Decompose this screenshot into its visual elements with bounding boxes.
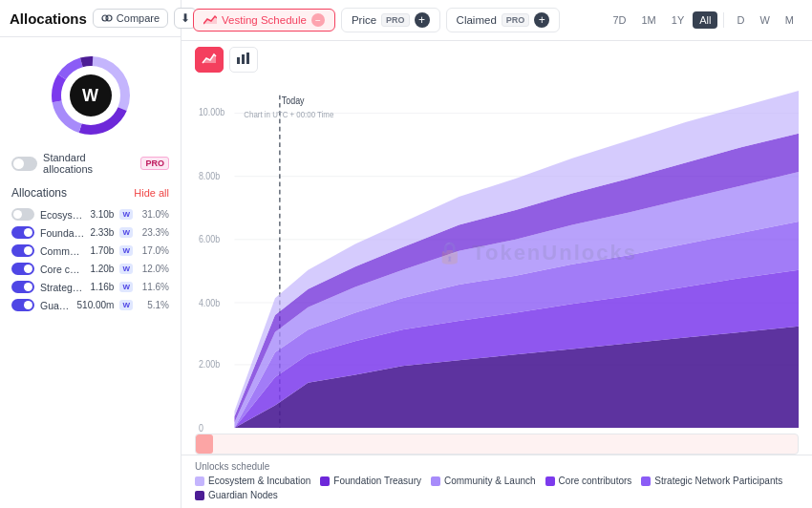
alloc-toggle-strategic[interactable] bbox=[11, 281, 34, 293]
legend-item: Community & Launch bbox=[431, 476, 536, 486]
time-divider bbox=[723, 12, 724, 28]
bar-chart-icon bbox=[236, 52, 251, 65]
allocations-header: Allocations Hide all bbox=[11, 186, 169, 200]
alloc-name-strategic: Strategic Net... bbox=[40, 282, 84, 293]
left-panel: Allocations Compare ⬇ W bbox=[0, 0, 182, 508]
svg-text:Chart in UTC + 00:00 Time: Chart in UTC + 00:00 Time bbox=[244, 110, 333, 120]
w-badge-community: W bbox=[119, 245, 133, 256]
alloc-value-guardian: 510.00m bbox=[77, 300, 115, 310]
svg-text:0: 0 bbox=[199, 422, 203, 434]
alloc-toggle-ecosystem[interactable] bbox=[11, 208, 34, 221]
legend-color bbox=[545, 476, 555, 486]
svg-text:8.00b: 8.00b bbox=[199, 170, 221, 181]
chart-toolbar bbox=[182, 41, 812, 73]
alloc-toggle-guardian[interactable] bbox=[11, 299, 34, 311]
scroll-thumb[interactable] bbox=[196, 434, 213, 454]
tab-add-claimed[interactable]: + bbox=[534, 12, 549, 28]
time-range-d[interactable]: D bbox=[730, 11, 751, 29]
time-range-7d[interactable]: 7D bbox=[606, 11, 632, 29]
alloc-name-guardian: Guardian Nod... bbox=[40, 300, 72, 311]
alloc-name-foundation: Foundation Tr... bbox=[40, 227, 84, 239]
time-range-m[interactable]: M bbox=[779, 11, 801, 29]
tab-add-price[interactable]: + bbox=[415, 12, 430, 28]
alloc-value-strategic: 1.16b bbox=[90, 282, 114, 292]
standard-allocations-toggle[interactable] bbox=[11, 157, 37, 171]
svg-text:Today: Today bbox=[282, 95, 305, 106]
pro-badge: PRO bbox=[140, 157, 169, 170]
tabs-container: Vesting Schedule −PricePRO+ClaimedPRO+ bbox=[193, 8, 598, 32]
donut-chart-area: W bbox=[0, 37, 181, 146]
legend-area: Unlocks schedule Ecosystem & IncubationF… bbox=[182, 455, 812, 508]
right-panel: Vesting Schedule −PricePRO+ClaimedPRO+ 7… bbox=[182, 0, 812, 508]
legend-item: Ecosystem & Incubation bbox=[195, 476, 310, 486]
scroll-bar[interactable] bbox=[195, 434, 799, 455]
chart-area: 0 2.00b 4.00b 6.00b 8.00b 10.00b Today C… bbox=[182, 73, 812, 434]
svg-text:10.00b: 10.00b bbox=[199, 106, 225, 117]
svg-text:6.00b: 6.00b bbox=[199, 234, 221, 245]
legend-item: Foundation Treasury bbox=[320, 476, 421, 486]
page-title: Allocations bbox=[10, 11, 87, 27]
svg-text:4.00b: 4.00b bbox=[199, 297, 221, 308]
alloc-item-foundation: Foundation Tr... 2.33b W 23.3% bbox=[11, 223, 169, 242]
alloc-value-community: 1.70b bbox=[90, 245, 114, 256]
legend-color bbox=[195, 491, 204, 500]
legend-item: Strategic Network Participants bbox=[641, 476, 782, 486]
w-badge-guardian: W bbox=[119, 300, 133, 310]
legend-items: Ecosystem & IncubationFoundation Treasur… bbox=[195, 476, 799, 500]
time-range-1y[interactable]: 1Y bbox=[665, 11, 691, 29]
w-badge-foundation: W bbox=[119, 227, 133, 238]
alloc-item-guardian: Guardian Nod... 510.00m W 5.1% bbox=[11, 296, 169, 314]
alloc-toggle-community[interactable] bbox=[11, 244, 34, 257]
tab-claimed[interactable]: ClaimedPRO+ bbox=[446, 8, 561, 32]
standard-allocations-toggle-row: Standard allocations PRO bbox=[0, 146, 181, 180]
alloc-pct-guardian: 5.1% bbox=[139, 300, 169, 310]
legend-title: Unlocks schedule bbox=[195, 461, 269, 472]
bar-chart-button[interactable] bbox=[229, 47, 258, 73]
svg-rect-11 bbox=[242, 54, 245, 64]
standard-allocations-label: Standard allocations bbox=[43, 152, 135, 175]
w-badge-strategic: W bbox=[119, 282, 133, 292]
alloc-item-core: Core contribu... 1.20b W 12.0% bbox=[11, 260, 169, 278]
top-bar: Vesting Schedule −PricePRO+ClaimedPRO+ 7… bbox=[182, 0, 812, 41]
alloc-item-community: Community & ... 1.70b W 17.0% bbox=[11, 242, 169, 260]
svg-marker-9 bbox=[203, 54, 216, 63]
legend-color bbox=[641, 476, 651, 486]
w-badge-core: W bbox=[119, 264, 133, 274]
tab-remove-vesting[interactable]: − bbox=[311, 13, 325, 27]
alloc-toggle-foundation[interactable] bbox=[11, 226, 34, 239]
alloc-name-community: Community & ... bbox=[40, 245, 84, 257]
alloc-pct-strategic: 11.6% bbox=[139, 282, 169, 292]
allocations-section: Allocations Hide all Ecosystem & ... 3.1… bbox=[0, 180, 181, 318]
legend-item: Core contributors bbox=[545, 476, 632, 486]
alloc-item-ecosystem: Ecosystem & ... 3.10b W 31.0% bbox=[11, 205, 169, 223]
compare-button[interactable]: Compare bbox=[93, 9, 168, 28]
alloc-pct-foundation: 23.3% bbox=[139, 227, 169, 238]
compare-icon bbox=[101, 12, 113, 24]
legend-color bbox=[195, 476, 204, 486]
svg-point-1 bbox=[106, 15, 112, 21]
donut-chart: W bbox=[48, 53, 134, 138]
alloc-pct-community: 17.0% bbox=[139, 245, 169, 256]
vesting-icon bbox=[203, 14, 217, 26]
allocations-label: Allocations bbox=[11, 186, 67, 200]
time-range-all[interactable]: All bbox=[693, 11, 717, 29]
legend-item: Guardian Nodes bbox=[195, 490, 278, 500]
hide-all-button[interactable]: Hide all bbox=[134, 187, 169, 199]
chart-svg: 0 2.00b 4.00b 6.00b 8.00b 10.00b Today C… bbox=[195, 73, 799, 434]
legend-color bbox=[320, 476, 330, 486]
alloc-pct-core: 12.0% bbox=[139, 264, 169, 274]
alloc-pct-ecosystem: 31.0% bbox=[139, 209, 169, 220]
alloc-value-foundation: 2.33b bbox=[90, 227, 114, 238]
time-range-w[interactable]: W bbox=[753, 11, 776, 29]
left-header: Allocations Compare ⬇ bbox=[0, 0, 181, 37]
tab-vesting[interactable]: Vesting Schedule − bbox=[193, 9, 335, 32]
alloc-toggle-core[interactable] bbox=[11, 263, 34, 275]
area-chart-icon bbox=[202, 52, 217, 65]
svg-text:2.00b: 2.00b bbox=[199, 359, 221, 370]
area-chart-button[interactable] bbox=[195, 47, 224, 73]
alloc-name-ecosystem: Ecosystem & ... bbox=[40, 209, 84, 221]
alloc-value-ecosystem: 3.10b bbox=[90, 209, 114, 220]
time-range-1m[interactable]: 1M bbox=[635, 11, 663, 29]
svg-rect-10 bbox=[237, 57, 240, 64]
tab-price[interactable]: PricePRO+ bbox=[341, 8, 440, 32]
